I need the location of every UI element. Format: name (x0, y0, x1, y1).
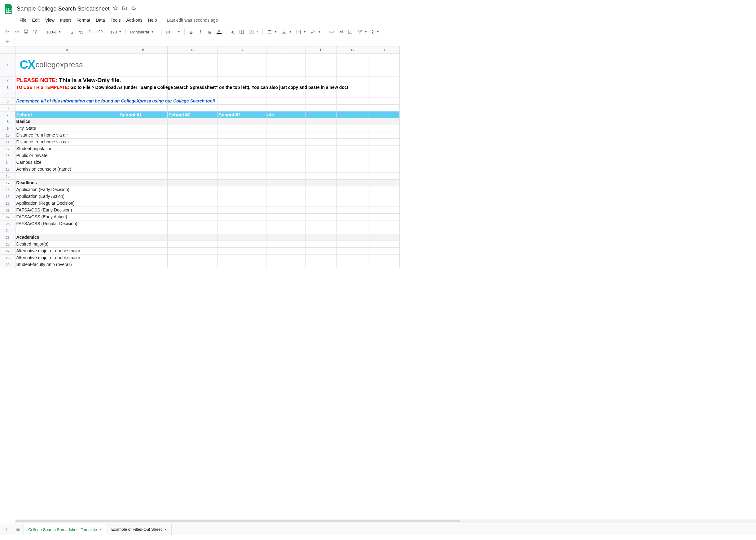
cell[interactable] (337, 118, 368, 125)
cell[interactable] (337, 193, 368, 200)
cell[interactable] (119, 54, 167, 76)
cell[interactable] (266, 54, 305, 76)
chevron-down-icon[interactable]: ▼ (164, 528, 167, 531)
cell[interactable] (218, 261, 266, 268)
insert-chart-button[interactable] (346, 28, 354, 36)
cell[interactable]: School #2 (167, 111, 218, 118)
column-header-G[interactable]: G (337, 47, 368, 54)
cell[interactable] (305, 118, 337, 125)
cell[interactable] (119, 254, 167, 261)
chevron-down-icon[interactable]: ▼ (99, 528, 102, 531)
cell[interactable] (305, 125, 337, 132)
cell[interactable] (305, 76, 337, 84)
cell[interactable] (119, 261, 167, 268)
row-header-18[interactable]: 18 (0, 187, 16, 193)
cell[interactable]: Admission counselor (name) (15, 166, 119, 173)
cell[interactable] (218, 214, 266, 220)
cell[interactable] (218, 159, 266, 166)
text-wrap-button[interactable]: ▼ (294, 28, 308, 36)
row-header-16[interactable]: 16 (0, 173, 16, 180)
cell[interactable] (337, 139, 368, 146)
cell[interactable]: Alternative major or double major (15, 254, 119, 261)
cell[interactable] (368, 132, 399, 139)
cell[interactable] (266, 98, 305, 105)
cell[interactable] (305, 152, 337, 159)
row-header-19[interactable]: 19 (0, 193, 16, 200)
cell[interactable] (119, 146, 167, 152)
fill-color-button[interactable] (228, 28, 237, 36)
cell[interactable] (368, 180, 399, 187)
last-edit-link[interactable]: Last edit was seconds ago (164, 16, 220, 24)
cell[interactable] (305, 146, 337, 152)
cell[interactable] (337, 54, 368, 76)
cell[interactable] (218, 187, 266, 193)
cell[interactable] (305, 200, 337, 207)
cell[interactable] (368, 214, 399, 220)
cell[interactable] (266, 105, 305, 111)
cell[interactable] (266, 187, 305, 193)
cell[interactable] (266, 200, 305, 207)
cell[interactable] (218, 98, 266, 105)
cell[interactable]: FAFSA/CSS (Regular Decision) (15, 220, 119, 227)
cell[interactable] (218, 248, 266, 254)
cell[interactable] (266, 91, 305, 98)
cell[interactable] (266, 173, 305, 180)
cell[interactable] (119, 214, 167, 220)
cell[interactable] (167, 91, 218, 98)
cell[interactable] (337, 146, 368, 152)
cell[interactable]: Alternative major or double major (15, 248, 119, 254)
cell[interactable] (368, 254, 399, 261)
cell[interactable] (167, 254, 218, 261)
cell[interactable] (266, 214, 305, 220)
sheets-logo-icon[interactable] (2, 2, 15, 15)
bold-button[interactable]: B (187, 28, 196, 36)
cell[interactable] (167, 261, 218, 268)
cell[interactable] (266, 159, 305, 166)
column-header-H[interactable]: H (368, 47, 399, 54)
cell[interactable] (368, 111, 399, 118)
italic-button[interactable]: I (196, 28, 205, 36)
row-header-7[interactable]: 7 (0, 111, 16, 118)
cell[interactable] (337, 180, 368, 187)
cell[interactable] (266, 227, 305, 234)
cell[interactable] (266, 193, 305, 200)
row-header-4[interactable]: 4 (0, 91, 16, 98)
row-header-14[interactable]: 14 (0, 159, 16, 166)
formula-input[interactable] (15, 38, 756, 46)
cell[interactable] (266, 166, 305, 173)
increase-decimal-button[interactable]: .00 → (96, 28, 108, 36)
decrease-decimal-button[interactable]: .0 ← (86, 28, 95, 36)
menu-view[interactable]: View (43, 16, 57, 24)
cell[interactable] (218, 220, 266, 227)
cell[interactable] (305, 105, 337, 111)
cell[interactable] (368, 220, 399, 227)
cell[interactable] (305, 166, 337, 173)
menu-add-ons[interactable]: Add-ons (124, 16, 145, 24)
undo-button[interactable] (3, 28, 12, 36)
cell[interactable] (337, 187, 368, 193)
row-header-1[interactable]: 1 (0, 54, 16, 76)
cell[interactable]: Application (Regular Decision) (15, 200, 119, 207)
cell[interactable] (167, 234, 218, 241)
cell[interactable]: Basics (15, 118, 119, 125)
cell[interactable] (368, 248, 399, 254)
cell[interactable] (167, 125, 218, 132)
cell[interactable] (337, 220, 368, 227)
cell[interactable] (167, 132, 218, 139)
cell[interactable] (337, 152, 368, 159)
cell[interactable] (218, 254, 266, 261)
cell[interactable]: Application (Early Action) (15, 193, 119, 200)
all-sheets-button[interactable]: ≡ (12, 524, 24, 535)
cell[interactable]: School (15, 111, 119, 118)
cell[interactable] (305, 159, 337, 166)
cell[interactable] (119, 234, 167, 241)
cell[interactable] (167, 159, 218, 166)
zoom-select[interactable]: 100%▼ (44, 28, 63, 36)
cell[interactable] (167, 152, 218, 159)
cell[interactable] (218, 76, 266, 84)
cell[interactable] (305, 54, 337, 76)
cell[interactable] (119, 248, 167, 254)
cell[interactable]: School #1 (119, 111, 167, 118)
cell[interactable] (368, 261, 399, 268)
cell[interactable] (119, 139, 167, 146)
